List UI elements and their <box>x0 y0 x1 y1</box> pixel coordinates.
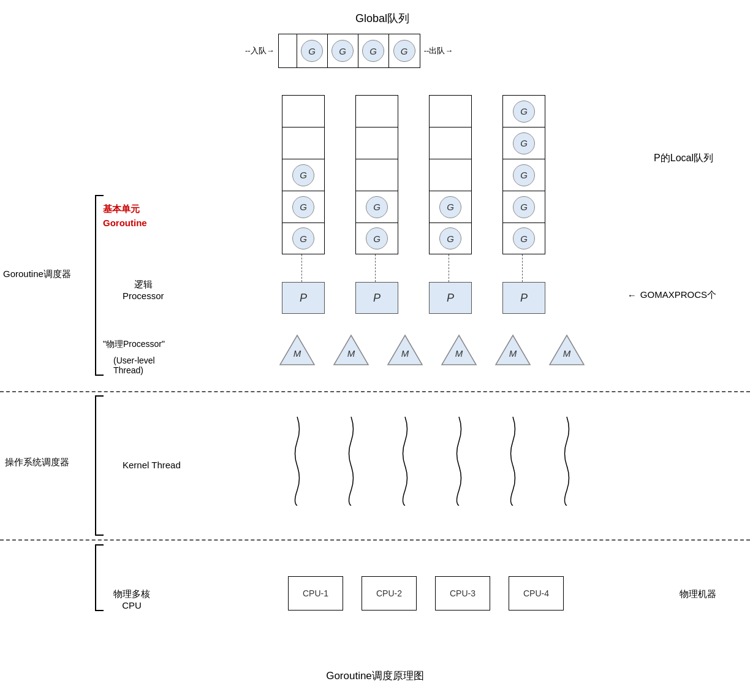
wavy-line-4 <box>441 411 477 509</box>
wavy-svg <box>396 414 414 506</box>
gomaxprocs-label: ← GOMAXPROCS个 <box>627 289 716 301</box>
user-level-line2: (User-level <box>113 356 155 365</box>
bracket-phys-top <box>95 544 104 546</box>
local-queues: G G G G G G G G G G G G <box>282 95 545 254</box>
global-queue-label: Global队列 <box>355 11 409 26</box>
queue-cell-1: G <box>297 34 328 68</box>
m-label: M <box>455 348 463 359</box>
g-circle: G <box>513 164 535 186</box>
g-circle: G <box>513 227 535 249</box>
bracket-goroutine-line <box>95 195 96 376</box>
gomaxprocs-arrow: ← <box>627 290 637 300</box>
lq-cell <box>355 159 398 191</box>
local-queue-col-1: G G G <box>282 95 325 254</box>
lq-cell: G <box>502 223 545 254</box>
enqueue-arrow: --入队→ <box>245 45 275 56</box>
p-box-3: P <box>429 282 472 314</box>
lq-cell: G <box>282 223 325 254</box>
wavy-svg <box>288 414 306 506</box>
wavy-svg <box>450 414 468 506</box>
bracket-os-bottom <box>95 535 104 536</box>
wavy-line-2 <box>333 411 369 509</box>
basic-unit-line2: Goroutine <box>103 216 147 230</box>
physical-machine-label: 物理机器 <box>680 588 716 600</box>
queue-cell-3: G <box>358 34 389 68</box>
lq-cell: G <box>502 159 545 191</box>
bracket-goroutine-bottom <box>95 375 104 376</box>
m-triangle-1: M <box>279 334 316 366</box>
g-circle: G <box>362 40 384 62</box>
queue-cell-4: G <box>389 34 420 68</box>
dashed-arrow-1 <box>301 254 302 282</box>
bracket-phys-bottom <box>95 610 104 611</box>
g-circle: G <box>366 227 388 249</box>
wavy-line-6 <box>548 411 585 509</box>
lq-cell <box>429 159 472 191</box>
cpu-box-4: CPU-4 <box>509 576 564 611</box>
m-triangle-6: M <box>548 334 585 366</box>
phys-proc-line1: "物理Processor" <box>103 339 165 349</box>
m-triangle-4: M <box>441 334 477 366</box>
dashed-divider-bottom <box>0 539 750 541</box>
queue-cell-2: G <box>328 34 358 68</box>
bottom-title: Goroutine调度原理图 <box>0 669 750 683</box>
phys-cpu-line2: CPU <box>113 600 150 611</box>
lq-cell: G <box>355 223 398 254</box>
cpu-box-3: CPU-3 <box>435 576 490 611</box>
dequeue-arrow: --出队→ <box>424 45 453 56</box>
g-circle: G <box>292 196 314 218</box>
basic-unit-label: 基本单元 Goroutine <box>103 202 147 230</box>
goroutine-scheduler-label: Goroutine调度器 <box>3 268 71 280</box>
bracket-phys-line <box>95 544 96 611</box>
p-local-label: P的Local队列 <box>654 152 713 165</box>
lq-cell <box>282 95 325 127</box>
g-circle: G <box>393 40 415 62</box>
m-label: M <box>401 348 409 359</box>
dashed-arrow-3 <box>449 254 449 282</box>
wavy-svg <box>342 414 360 506</box>
queue-box: G G G G <box>278 34 420 68</box>
lq-cell: G <box>502 127 545 159</box>
local-queue-col-4: G G G G G <box>502 95 545 254</box>
wavy-line-5 <box>494 411 531 509</box>
cpu-box-2: CPU-2 <box>362 576 417 611</box>
diagram: Global队列 --入队→ G G G G --出队→ P的Local队列 G… <box>0 0 750 700</box>
kernel-thread-label: Kernel Thread <box>123 460 181 470</box>
m-triangle-3: M <box>387 334 423 366</box>
cpu-boxes: CPU-1 CPU-2 CPU-3 CPU-4 <box>288 576 564 611</box>
user-level-label: (User-level Thread) <box>113 356 155 375</box>
logical-line2: Processor <box>123 291 164 301</box>
lq-cell: G <box>429 223 472 254</box>
gomaxprocs-text: GOMAXPROCS个 <box>640 289 716 301</box>
wavy-line-3 <box>387 411 423 509</box>
dashed-arrow-4 <box>522 254 523 282</box>
m-triangle-5: M <box>494 334 531 366</box>
p-boxes: P P P P <box>282 282 545 314</box>
global-queue: --入队→ G G G G --出队→ <box>245 34 453 68</box>
g-circle: G <box>301 40 323 62</box>
wavy-svg <box>504 414 522 506</box>
lq-cell: G <box>502 95 545 127</box>
logical-line1: 逻辑 <box>123 279 164 291</box>
wavy-line-1 <box>279 411 316 509</box>
queue-empty-cell <box>279 34 297 68</box>
g-circle: G <box>513 101 535 123</box>
user-level-line3: Thread) <box>113 365 155 375</box>
logical-processor-label: 逻辑 Processor <box>123 279 164 301</box>
lq-cell: G <box>355 191 398 223</box>
m-label: M <box>563 348 571 359</box>
dashed-arrow-2 <box>375 254 376 282</box>
lq-cell <box>355 127 398 159</box>
lq-cell <box>282 127 325 159</box>
physical-cpu-label: 物理多核 CPU <box>113 588 150 611</box>
g-circle: G <box>439 196 461 218</box>
p-box-1: P <box>282 282 325 314</box>
m-triangles: M M M M M <box>279 334 585 366</box>
lq-cell: G <box>502 191 545 223</box>
cpu-box-1: CPU-1 <box>288 576 343 611</box>
g-circle: G <box>513 132 535 154</box>
g-circle: G <box>292 227 314 249</box>
g-circle: G <box>366 196 388 218</box>
p-box-4: P <box>502 282 545 314</box>
lq-cell <box>429 95 472 127</box>
